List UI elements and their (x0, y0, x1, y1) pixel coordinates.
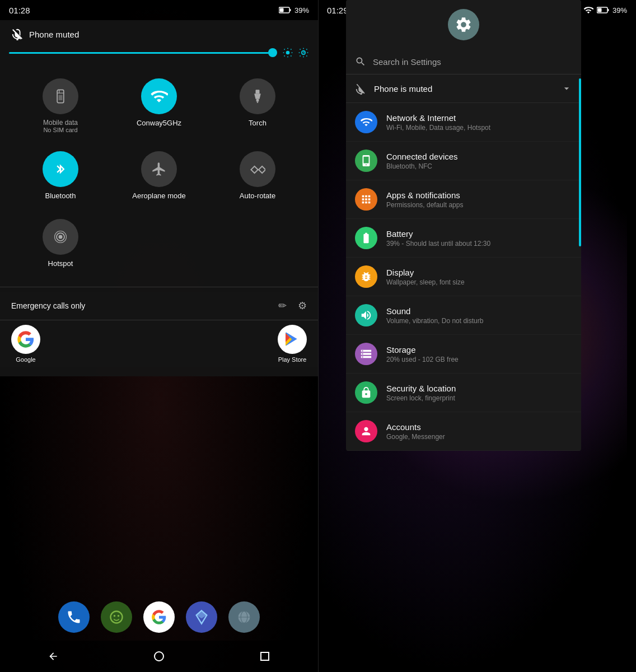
sound-title: Sound (386, 306, 572, 316)
settings-list: Network & Internet Wi-Fi, Mobile, Data u… (346, 103, 581, 451)
mobile-data-icon (43, 78, 78, 114)
phone-muted-text: Phone muted (29, 30, 79, 39)
emergency-text: Emergency calls only (11, 301, 85, 310)
google-label: Google (16, 356, 35, 363)
bluetooth-label: Bluetooth (45, 192, 76, 201)
security-text: Security & location Screen lock, fingerp… (386, 384, 572, 402)
mobile-data-subtitle: No SIM card (43, 127, 78, 133)
svg-point-18 (118, 615, 120, 617)
dock-phone[interactable] (58, 601, 90, 633)
svg-rect-11 (256, 99, 259, 102)
tile-mobile-data[interactable]: Mobile data No SIM card (11, 69, 110, 142)
recents-button-left[interactable] (254, 645, 276, 668)
network-text: Network & Internet Wi-Fi, Mobile, Data u… (386, 113, 572, 132)
panel-divider-vertical (318, 0, 319, 672)
settings-item-apps[interactable]: Apps & notifications Permissions, defaul… (346, 180, 581, 219)
settings-header (346, 0, 581, 49)
battery-icon-left (279, 7, 291, 13)
battery-left: 39% (294, 6, 309, 15)
torch-label: Torch (249, 119, 266, 128)
connected-icon-circle (355, 150, 377, 172)
apps-text: Apps & notifications Permissions, defaul… (386, 190, 572, 209)
dock-face[interactable] (101, 601, 132, 633)
battery-text: Battery 39% - Should last until about 12… (386, 229, 572, 248)
playstore-icon (283, 330, 301, 348)
aeroplane-icon-bg (141, 151, 177, 187)
settings-item-connected[interactable]: Connected devices Bluetooth, NFC (346, 142, 581, 180)
bluetooth-icon-bg (43, 151, 78, 187)
svg-point-24 (155, 652, 163, 661)
tile-autorotate[interactable]: Auto-rotate (208, 142, 307, 210)
sound-icon-circle (355, 304, 377, 326)
settings-item-sound[interactable]: Sound Volume, vibration, Do not disturb (346, 296, 581, 335)
battery-settings-icon (360, 232, 372, 244)
back-button-left[interactable] (42, 645, 64, 668)
app-dock-left (0, 596, 318, 638)
settings-item-network[interactable]: Network & Internet Wi-Fi, Mobile, Data u… (346, 103, 581, 142)
diamond-app-icon (194, 609, 209, 625)
brightness-track[interactable] (9, 52, 277, 54)
settings-item-security[interactable]: Security & location Screen lock, fingerp… (346, 374, 581, 412)
chevron-down-icon (561, 83, 572, 94)
phone-muted-bar: Phone muted (0, 20, 318, 45)
dock-diamond[interactable] (186, 601, 217, 633)
phone-app-icon (66, 609, 82, 625)
tile-torch[interactable]: Torch (208, 69, 307, 142)
status-bar-left: 01:28 39% (0, 0, 318, 20)
svg-rect-28 (597, 8, 601, 12)
aeroplane-label: Aeroplane mode (132, 192, 185, 201)
right-panel: 01:29 39% (318, 0, 636, 672)
brightness-row[interactable]: A (0, 45, 318, 65)
home-button-left[interactable] (148, 645, 170, 668)
partial-apps: Google Play Store (0, 320, 318, 367)
svg-rect-27 (607, 9, 609, 11)
network-title: Network & Internet (386, 113, 572, 123)
settings-gear-circle (448, 9, 479, 40)
tile-hotspot[interactable]: Hotspot (11, 210, 110, 278)
settings-item-storage[interactable]: Storage 20% used - 102 GB free (346, 335, 581, 374)
mobile-data-label: Mobile data No SIM card (43, 119, 78, 133)
battery-right: 39% (612, 6, 627, 15)
hotspot-label: Hotspot (48, 259, 73, 269)
tile-wifi[interactable]: Conway5GHz (110, 69, 208, 142)
partial-app-google[interactable]: Google (11, 325, 40, 363)
notification-panel: Phone muted A (0, 20, 318, 376)
settings-panel: Search in Settings Phone is muted (346, 0, 581, 451)
partial-app-playstore[interactable]: Play Store (278, 325, 307, 363)
sound-icon (360, 309, 372, 321)
panel-divider (0, 287, 318, 287)
settings-item-display[interactable]: Display Wallpaper, sleep, font size (346, 258, 581, 296)
brightness-icon (282, 47, 293, 58)
svg-point-13 (59, 235, 63, 239)
battery-icon-right (597, 7, 609, 13)
home-icon-left (154, 651, 164, 661)
settings-muted-text: Phone is muted (374, 84, 432, 94)
dock-google2[interactable] (143, 601, 175, 633)
autorotate-label: Auto-rotate (240, 192, 275, 201)
edit-icon[interactable]: ✏ (278, 300, 287, 312)
left-panel: 01:28 39% Phone muted (0, 0, 318, 672)
settings-item-battery[interactable]: Battery 39% - Should last until about 12… (346, 219, 581, 258)
settings-mute-icon (355, 82, 367, 95)
svg-point-4 (286, 51, 290, 55)
settings-item-accounts[interactable]: Accounts Google, Messenger (346, 412, 581, 451)
search-bar[interactable]: Search in Settings (346, 49, 581, 74)
sound-subtitle: Volume, vibration, Do not disturb (386, 317, 572, 325)
display-icon (360, 270, 372, 283)
tile-bluetooth[interactable]: Bluetooth (11, 142, 110, 210)
brightness-thumb[interactable] (268, 48, 277, 57)
nav-bar-left (0, 641, 318, 672)
hotspot-icon (53, 229, 68, 245)
apps-icon (360, 193, 372, 206)
security-subtitle: Screen lock, fingerprint (386, 394, 572, 402)
connected-subtitle: Bluetooth, NFC (386, 162, 572, 170)
dock-sphere[interactable] (228, 601, 260, 633)
accounts-icon (360, 425, 372, 437)
tile-aeroplane[interactable]: Aeroplane mode (110, 142, 208, 210)
display-subtitle: Wallpaper, sleep, font size (386, 278, 572, 286)
security-title: Security & location (386, 384, 572, 393)
auto-brightness-icon: A (298, 47, 309, 58)
settings-icon[interactable]: ⚙ (298, 300, 307, 312)
battery-settings-icon-circle (355, 227, 377, 249)
settings-muted-row[interactable]: Phone is muted (346, 74, 581, 103)
